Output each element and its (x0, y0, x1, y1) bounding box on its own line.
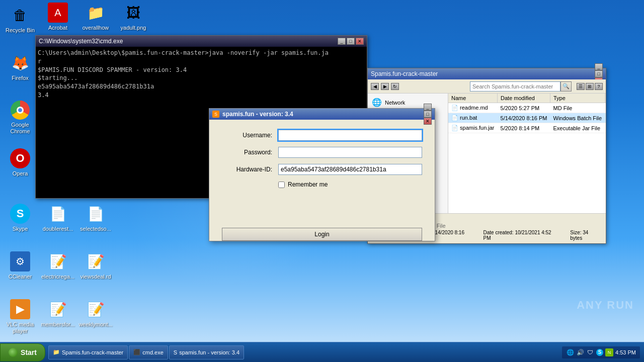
membersfor-label: membersfor... (40, 321, 75, 328)
ccleaner-label: CCleaner (3, 274, 38, 280)
cmd-close-button[interactable]: ✕ (356, 38, 364, 45)
google-chrome-label: Google Chrome (3, 122, 38, 135)
taskbar-dialog-button[interactable]: S spamis.fun - version: 3.4 (169, 345, 244, 359)
yadult-icon[interactable]: 🖼 yadult.png (116, 3, 151, 31)
search-button[interactable]: 🔍 (560, 81, 572, 92)
file-table: Name Date modified Type Size 📄 readme.md… (448, 94, 606, 133)
selectedso-label: selectedso... (78, 226, 113, 232)
taskbar-right: 🌐 🔊 🛡 S N 4:53 PM (558, 346, 644, 358)
search-box: 🔍 (470, 81, 572, 92)
col-size[interactable]: Size (605, 94, 606, 103)
table-row[interactable]: 📄 spamis.fun.jar 5/2020 8:14 PM Executab… (448, 123, 606, 133)
selectedso-icon[interactable]: 📄 selectedso... (78, 204, 113, 232)
explorer-refresh-button[interactable]: ↻ (391, 83, 399, 90)
opera-icon[interactable]: O Opera (3, 148, 38, 177)
file-size-cell: 1 KB (605, 113, 606, 123)
skype-icon[interactable]: S Skype (3, 204, 38, 232)
electricrega-icon[interactable]: 📝 electricrega... (40, 251, 75, 280)
password-input[interactable] (278, 147, 422, 158)
username-row: Username: (222, 130, 422, 141)
file-type-cell: Windows Batch File (550, 113, 605, 123)
firefox-label: Firefox (3, 75, 38, 81)
hardware-id-row: Hardware-ID: (222, 164, 422, 175)
size-label: Size: (570, 230, 581, 235)
taskbar-cmd-button[interactable]: ⬛ cmd.exe (129, 345, 168, 359)
weeklymont-icon[interactable]: 📝 weeklymont... (78, 299, 113, 328)
file-name-cell: 📄 run.bat (448, 113, 498, 123)
explorer-maximize-button[interactable]: □ (595, 70, 603, 77)
dialog-body: Username: Password: Hardware-ID: Remembe… (209, 120, 435, 228)
login-dialog: S spamis.fun - version: 3.4 _ □ ✕ Userna… (209, 108, 435, 241)
username-label: Username: (222, 132, 272, 139)
overallhow-label: overallhow (78, 25, 113, 31)
file-modified-cell: 5/2020 8:14 PM (498, 123, 550, 133)
col-modified[interactable]: Date modified (498, 94, 550, 103)
hardware-id-input[interactable] (278, 164, 422, 175)
network-item[interactable]: 🌐 Network (370, 96, 446, 110)
taskbar: Start 📁 Spamis.fun-crack-master ⬛ cmd.ex… (0, 342, 644, 362)
google-chrome-icon[interactable]: Google Chrome (3, 101, 38, 135)
login-button[interactable]: Login (222, 228, 422, 241)
doublerest-icon[interactable]: 📄 doublerest... (40, 204, 75, 232)
date-created-label: Date created: (484, 230, 514, 235)
remember-me-checkbox[interactable] (278, 182, 285, 188)
tray-skype-tray-icon: S (596, 349, 603, 356)
viewsdeal-icon[interactable]: 📝 viewsdeal.rd (78, 251, 113, 280)
size-meta: Size: 34 bytes (570, 230, 602, 241)
explorer-main: Name Date modified Type Size 📄 readme.md… (448, 94, 606, 213)
username-input[interactable] (278, 130, 422, 141)
membersfor-icon[interactable]: 📝 membersfor... (40, 299, 75, 328)
opera-label: Opera (3, 170, 38, 177)
skype-label: Skype (3, 226, 38, 232)
tray-security-icon: 🛡 (586, 348, 594, 356)
acrobat-icon[interactable]: A Acrobat (40, 3, 75, 31)
dialog-titlebar: S spamis.fun - version: 3.4 _ □ ✕ (209, 109, 435, 120)
file-name-cell: 📄 readme.md (448, 103, 498, 113)
clock: 4:53 PM (615, 349, 636, 355)
help-button[interactable]: ? (595, 83, 603, 90)
dialog-maximize-button[interactable]: □ (424, 111, 432, 118)
tray-network-icon: 🌐 (566, 348, 574, 356)
dialog-minimize-button[interactable]: _ (424, 104, 432, 111)
start-button[interactable]: Start (0, 343, 45, 361)
view-toggle-button[interactable]: ☰ (577, 83, 585, 90)
recycle-bin-label: Recycle Bin (3, 27, 38, 34)
explorer-back-button[interactable]: ◀ (371, 83, 379, 90)
weeklymont-label: weeklymont... (78, 321, 113, 328)
file-type-cell: MD File (550, 103, 605, 113)
vlc-label: VLC media player (3, 321, 38, 334)
search-input[interactable] (470, 81, 560, 92)
recycle-bin-icon[interactable]: 🗑 Recycle Bin (3, 5, 38, 34)
explorer-title: Spamis.fun-crack-master (371, 70, 595, 77)
cmd-minimize-button[interactable]: _ (338, 38, 346, 45)
explorer-minimize-button[interactable]: _ (595, 63, 603, 70)
remember-me-row: Remember me (278, 181, 422, 188)
overallhow-icon[interactable]: 📁 overallhow (78, 3, 113, 31)
ccleaner-icon[interactable]: ⚙ CCleaner (3, 251, 38, 280)
cmd-maximize-button[interactable]: □ (347, 38, 355, 45)
table-row[interactable]: 📄 run.bat 5/14/2020 8:16 PM Windows Batc… (448, 113, 606, 123)
file-type-cell: Executable Jar File (550, 123, 605, 133)
file-size-cell: 1 KB (605, 103, 606, 113)
viewsdeal-label: viewsdeal.rd (78, 274, 113, 280)
taskbar-explorer-button[interactable]: 📁 Spamis.fun-crack-master (48, 345, 128, 359)
password-row: Password: (222, 147, 422, 158)
dialog-icon: S (212, 111, 219, 118)
date-created-meta: Date created: 10/21/2021 4:52 PM (484, 230, 560, 241)
view-details-button[interactable]: ⊞ (586, 83, 594, 90)
col-type[interactable]: Type (550, 94, 605, 103)
table-row[interactable]: 📄 readme.md 5/2020 5:27 PM MD File 1 KB (448, 103, 606, 113)
cmd-title: C:\Windows\system32\cmd.exe (39, 38, 338, 45)
firefox-icon[interactable]: 🦊 Firefox (3, 53, 38, 81)
file-modified-cell: 5/2020 5:27 PM (498, 103, 550, 113)
yadult-label: yadult.png (116, 25, 151, 31)
tray-nvidia-icon: N (605, 348, 613, 356)
vlc-icon[interactable]: ▶ VLC media player (3, 299, 38, 334)
doublerest-label: doublerest... (40, 226, 75, 232)
explorer-forward-button[interactable]: ▶ (381, 83, 389, 90)
electricrega-label: electricrega... (40, 274, 75, 280)
dialog-title: spamis.fun - version: 3.4 (222, 111, 424, 118)
file-name-cell: 📄 spamis.fun.jar (448, 123, 498, 133)
col-name[interactable]: Name (448, 94, 498, 103)
remember-me-label[interactable]: Remember me (288, 181, 328, 188)
